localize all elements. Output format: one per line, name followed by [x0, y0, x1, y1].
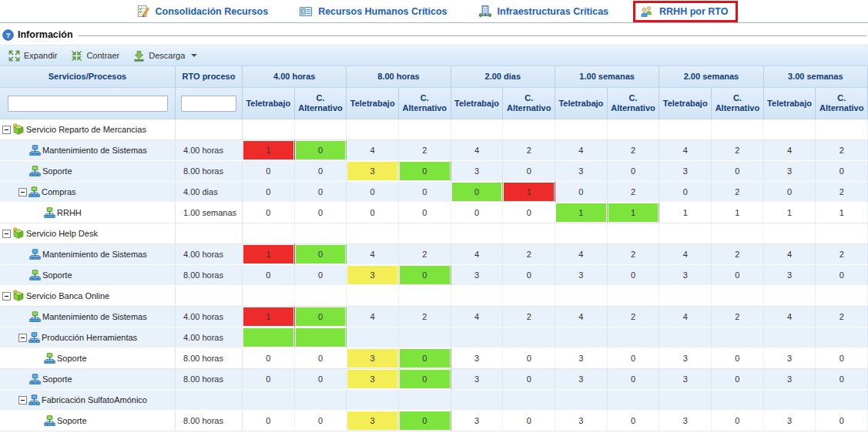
time-group-header[interactable]: 4.00 horas: [243, 66, 347, 88]
collapse-toggle-icon[interactable]: [2, 292, 11, 300]
value-cell: [764, 286, 816, 306]
value-cell: 0: [503, 348, 555, 368]
row-label: Servicio Reparto de Mercancias: [26, 125, 146, 134]
expand-all-label: Expandir: [24, 51, 57, 60]
services-filter-input[interactable]: [8, 96, 168, 112]
table-row[interactable]: Mantenimiento de Sistemas4.00 horas10424…: [0, 307, 868, 327]
subcolumn-header[interactable]: C. Alternativo: [608, 88, 660, 119]
row-label: Mantenimiento de Sistemas: [42, 312, 147, 321]
tab-recursos-humanos-cr-ticos[interactable]: Recursos Humanos Críticos: [295, 2, 451, 21]
table-row[interactable]: Soporte8.00 horas003030303030: [0, 411, 868, 431]
table-row[interactable]: Soporte8.00 horas003030303030: [0, 161, 868, 182]
value-cell: 3: [659, 161, 712, 181]
value-cell: 2: [712, 182, 764, 202]
value-cell: 4: [764, 307, 816, 327]
column-header-rto[interactable]: RTO proceso: [176, 66, 243, 88]
table-row[interactable]: Producción Herramientas4.00 horas: [0, 327, 868, 348]
value-cell: [347, 390, 399, 410]
subcolumn-header[interactable]: C. Alternativo: [712, 88, 764, 119]
value-cell: 0: [243, 411, 295, 431]
subcolumn-header[interactable]: C. Alternativo: [816, 88, 868, 119]
value-cell: 0: [503, 369, 555, 389]
collapse-all-button[interactable]: Contraer: [65, 48, 125, 64]
value-cell: [712, 286, 764, 306]
value-cell: 0: [295, 161, 347, 181]
table-row[interactable]: RRHH1.00 semanas000000111111: [0, 203, 868, 223]
value-cell: [659, 327, 712, 347]
value-cell: [243, 223, 295, 243]
value-cell: 4: [451, 307, 504, 327]
value-cell: [659, 390, 712, 410]
tab-rrhh-por-rto[interactable]: RRHH por RTO: [633, 1, 738, 22]
subcolumn-header[interactable]: Teletrabajo: [764, 88, 816, 119]
value-cell: 0: [503, 203, 555, 223]
collapse-toggle-icon[interactable]: [18, 396, 27, 404]
process-blue-icon: [29, 145, 41, 156]
time-group-header[interactable]: 8.00 horas: [347, 66, 451, 88]
subcolumn-header[interactable]: Teletrabajo: [451, 88, 504, 119]
collapse-toggle-icon[interactable]: [18, 334, 27, 342]
value-cell: [816, 119, 868, 139]
value-cell: 0: [295, 244, 347, 264]
table-row[interactable]: Servicio Banca Online: [0, 286, 868, 307]
process-green-icon: [29, 270, 41, 281]
process-row-name: Compras: [0, 182, 176, 202]
value-cell: 1: [712, 203, 764, 223]
collapse-toggle-icon[interactable]: [2, 230, 11, 238]
table-row[interactable]: Soporte8.00 horas003030303030: [0, 369, 868, 390]
table-row[interactable]: Soporte8.00 horas003030303030: [0, 265, 868, 286]
time-group-header[interactable]: 3.00 semanas: [764, 66, 868, 88]
tab-consolidaci-n-recursos[interactable]: Consolidación Recursos: [132, 2, 273, 21]
service-cube-icon: [12, 227, 25, 240]
rto-value: 4.00 dias: [176, 182, 243, 202]
value-cell: 0: [816, 369, 868, 389]
process-row-name: Soporte: [0, 265, 176, 285]
process-row-name: Soporte: [0, 161, 176, 181]
rto-value: 8.00 horas: [176, 411, 243, 431]
table-row[interactable]: Compras4.00 dias000001020202: [0, 182, 868, 203]
subcolumn-header[interactable]: C. Alternativo: [295, 88, 347, 119]
value-cell: [555, 119, 608, 139]
expand-all-button[interactable]: Expandir: [3, 48, 62, 64]
table-row[interactable]: Fabricación SulfatoAmónico: [0, 390, 868, 411]
value-cell: 0: [451, 203, 504, 223]
tab-infraestructuras-cr-ticas[interactable]: Infraestructuras Críticas: [474, 2, 613, 21]
collapse-toggle-icon[interactable]: [2, 126, 11, 134]
time-group-header[interactable]: 2.00 semanas: [659, 66, 763, 88]
rto-value: 4.00 horas: [176, 307, 243, 327]
download-button[interactable]: Descarga: [128, 48, 203, 64]
subcolumn-header[interactable]: C. Alternativo: [399, 88, 451, 119]
time-group-header[interactable]: 1.00 semanas: [555, 66, 659, 88]
value-cell: [659, 223, 712, 243]
value-cell: 4: [451, 244, 504, 264]
value-cell: 0: [399, 348, 451, 368]
row-label: RRHH: [57, 208, 82, 217]
value-cell: 2: [816, 140, 868, 160]
value-cell: 0: [399, 161, 451, 181]
value-cell: [816, 327, 868, 347]
subcolumn-header[interactable]: Teletrabajo: [659, 88, 712, 119]
rto-filter-input[interactable]: [181, 96, 236, 112]
table-row[interactable]: Mantenimiento de Sistemas4.00 horas10424…: [0, 244, 868, 265]
table-row[interactable]: Mantenimiento de Sistemas4.00 horas10424…: [0, 140, 868, 161]
value-cell: [608, 286, 660, 306]
table-row[interactable]: Soporte8.00 horas003030303030: [0, 348, 868, 369]
collapse-toggle-icon[interactable]: [18, 188, 27, 196]
subcolumn-header[interactable]: C. Alternativo: [503, 88, 555, 119]
column-header-services[interactable]: Servicios/Procesos: [0, 66, 176, 88]
value-cell: 4: [555, 140, 608, 160]
value-cell: 2: [608, 140, 660, 160]
row-label: Mantenimiento de Sistemas: [42, 250, 147, 259]
table-row[interactable]: Servicio Reparto de Mercancias: [0, 119, 868, 140]
subcolumn-header[interactable]: Teletrabajo: [347, 88, 399, 119]
value-cell: 3: [555, 161, 608, 181]
row-label: Compras: [42, 187, 76, 196]
value-cell: 3: [659, 348, 712, 368]
value-cell: 3: [555, 411, 608, 431]
value-cell: [451, 286, 504, 306]
table-row[interactable]: Servicio Help Desk: [0, 223, 868, 244]
subcolumn-header[interactable]: Teletrabajo: [243, 88, 295, 119]
process-row-name: Mantenimiento de Sistemas: [0, 307, 176, 327]
time-group-header[interactable]: 2.00 dias: [451, 66, 555, 88]
subcolumn-header[interactable]: Teletrabajo: [555, 88, 608, 119]
